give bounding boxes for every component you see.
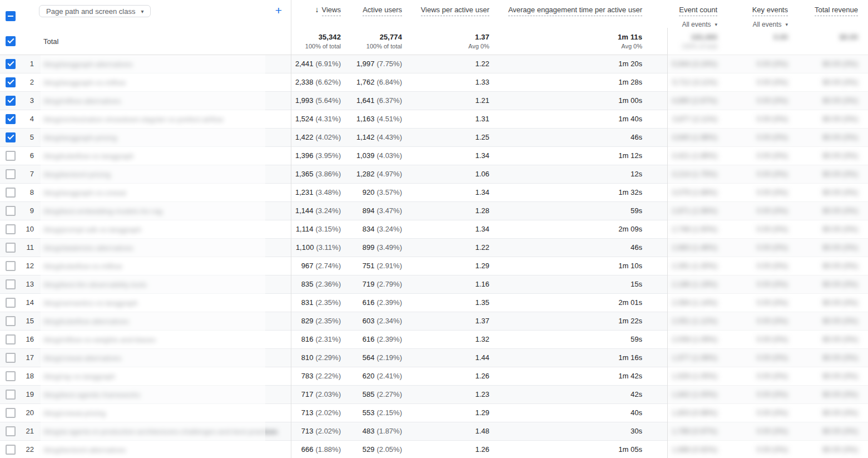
page-path-cell: /blog/ray-vs-langgraph: [38, 367, 291, 385]
row-checkbox[interactable]: [6, 114, 16, 124]
row-checkbox-cell: [0, 275, 22, 293]
table-row: 6 /blog/kubeflow-vs-langgraph 1,396(3.95…: [0, 147, 868, 165]
row-checkbox[interactable]: [6, 169, 16, 179]
key-events-cell: 0.00 (0%): [723, 294, 795, 312]
engagement-time-cell: 1m 40s: [495, 110, 667, 128]
row-checkbox[interactable]: [6, 334, 16, 344]
select-all-checkbox[interactable]: [6, 11, 16, 21]
table-row: 3 /blog/mlflow-alternatives 1,993(5.64%)…: [0, 92, 868, 110]
page-path-cell: /blog/langgraph-alternatives: [38, 55, 291, 73]
totals-engagement-subtext: Avg 0%: [621, 43, 642, 50]
event-count-cell: 1,688 (0.92%): [667, 441, 723, 458]
page-path-cell: /blog/mlflow-alternatives: [38, 92, 291, 110]
event-count-cell: 3,640 (1.98%): [667, 129, 723, 146]
revenue-cell: $0.00 (0%): [795, 239, 868, 257]
totals-checkbox-cell: [0, 28, 22, 55]
row-rank: 21: [22, 422, 38, 440]
key-events-cell: 0.00 (0%): [723, 422, 795, 440]
row-rank: 18: [22, 367, 38, 385]
engagement-time-cell: 40s: [495, 404, 667, 422]
totals-event-count-value: 183,466: [691, 33, 717, 41]
views-per-user-cell: 1.31: [408, 110, 495, 128]
views-cell: 713(2.02%): [291, 404, 346, 422]
table-row: 14 /blog/semantics-vs-langgraph 831(2.35…: [0, 294, 868, 312]
revenue-cell: $0.00 (0%): [795, 386, 868, 403]
views-cell: 1,144(3.24%): [291, 202, 346, 220]
row-checkbox[interactable]: [6, 371, 16, 381]
revenue-cell: $0.00 (0%): [795, 73, 868, 91]
row-checkbox[interactable]: [6, 151, 16, 161]
table-row: 15 /blog/kubeflow-alternatives 829(2.35%…: [0, 312, 868, 331]
add-dimension-button[interactable]: +: [275, 4, 282, 17]
row-checkbox[interactable]: [6, 243, 16, 253]
row-rank: 17: [22, 349, 38, 367]
views-column-header[interactable]: Views: [322, 6, 341, 16]
row-checkbox[interactable]: [6, 261, 16, 271]
row-checkbox[interactable]: [6, 96, 16, 106]
row-rank: 2: [22, 73, 38, 91]
event-count-filter-dropdown[interactable]: All events ▾: [682, 21, 717, 28]
row-checkbox[interactable]: [6, 353, 16, 363]
event-count-cell: 1,977 (1.08%): [667, 349, 723, 367]
table-row: 4 /blog/orchestration-showdown-dagster-v…: [0, 110, 868, 129]
total-revenue-column-header[interactable]: Total revenue: [815, 6, 858, 16]
row-checkbox-cell: [0, 367, 22, 385]
engagement-time-cell: 2m 01s: [495, 294, 667, 312]
active-users-header-cell: Active users: [346, 0, 408, 28]
page-path-cell: /blog/kubeflow-alternatives: [38, 312, 291, 330]
dimension-picker[interactable]: Page path and screen class ▾: [39, 5, 151, 17]
row-checkbox[interactable]: [6, 426, 16, 436]
avg-engagement-time-column-header[interactable]: Average engagement time per active user: [508, 6, 642, 16]
page-path-text: /blog/langgraph-vs-crewai: [43, 189, 126, 197]
key-events-cell: 0.00 (0%): [723, 55, 795, 73]
key-events-cell: 0.00 (0%): [723, 73, 795, 91]
event-count-cell: 4,890 (2.67%): [667, 92, 723, 110]
row-checkbox[interactable]: [6, 390, 16, 400]
key-events-cell: 0.00 (0%): [723, 92, 795, 110]
key-events-filter-dropdown[interactable]: All events ▾: [752, 21, 788, 28]
totals-event-count: 183,466 100% of total: [667, 28, 723, 55]
row-checkbox-cell: [0, 239, 22, 257]
views-per-user-cell: 1.48: [408, 422, 495, 440]
row-checkbox[interactable]: [6, 316, 16, 326]
table-row: 21 /blog/ai-agents-in-production-archite…: [0, 422, 868, 441]
key-events-cell: 0.00 (0%): [723, 275, 795, 293]
row-rank: 19: [22, 386, 38, 403]
revenue-cell: $0.00 (0%): [795, 55, 868, 73]
event-count-cell: 1,842 (1.00%): [667, 386, 723, 403]
row-checkbox[interactable]: [6, 188, 16, 198]
engagement-time-cell: 15s: [495, 275, 667, 293]
row-checkbox[interactable]: [6, 408, 16, 418]
row-checkbox[interactable]: [6, 445, 16, 455]
row-checkbox[interactable]: [6, 132, 16, 142]
views-per-user-cell: 1.26: [408, 441, 495, 458]
views-per-user-cell: 1.34: [408, 147, 495, 165]
event-count-cell: 3,877 (2.11%): [667, 110, 723, 128]
engagement-time-cell: 42s: [495, 386, 667, 403]
key-events-column-header[interactable]: Key events: [752, 6, 788, 16]
row-checkbox-cell: [0, 165, 22, 183]
row-checkbox[interactable]: [6, 279, 16, 289]
row-checkbox[interactable]: [6, 298, 16, 308]
event-count-column-header[interactable]: Event count: [679, 6, 717, 16]
row-checkbox-cell: [0, 129, 22, 146]
row-checkbox[interactable]: [6, 224, 16, 234]
row-checkbox[interactable]: [6, 77, 16, 87]
active-users-cell: 483(1.87%): [346, 422, 408, 440]
row-checkbox[interactable]: [6, 206, 16, 216]
active-users-cell: 1,039(4.03%): [346, 147, 408, 165]
page-path-text: /blog/kubeflow-vs-mlflow: [43, 262, 122, 270]
revenue-cell: $0.00 (0%): [795, 165, 868, 183]
engagement-time-cell: 1m 42s: [495, 367, 667, 385]
totals-key-events: 0.00: [723, 28, 795, 55]
table-row: 16 /blog/mlflow-vs-weights-and-biases 81…: [0, 331, 868, 349]
page-path-text: /blog/orchestration-showdown-dagster-vs-…: [43, 115, 224, 124]
active-users-column-header[interactable]: Active users: [363, 6, 402, 16]
totals-engagement-time: 1m 11s Avg 0%: [495, 28, 667, 55]
page-path-text: /blog/best-embedding-models-for-rag: [43, 207, 162, 215]
row-checkbox[interactable]: [6, 59, 16, 69]
key-events-cell: 0.00 (0%): [723, 184, 795, 201]
totals-checkbox[interactable]: [6, 36, 16, 46]
views-per-active-user-column-header[interactable]: Views per active user: [421, 6, 489, 16]
totals-active-users: 25,774 100% of total: [346, 28, 408, 55]
